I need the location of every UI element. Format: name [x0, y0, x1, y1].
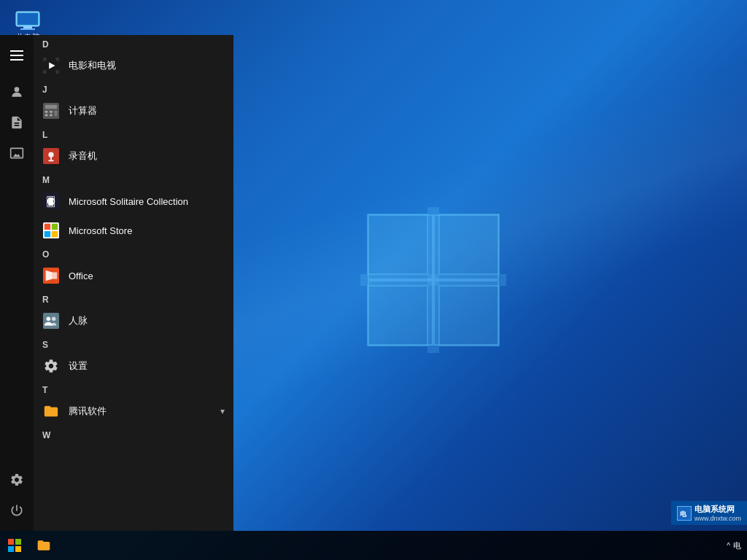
user-icon	[9, 85, 24, 99]
svg-rect-3	[439, 214, 499, 274]
section-header-t: T	[34, 381, 233, 397]
windows-start-icon	[8, 539, 21, 552]
tencent-label: 腾讯软件	[69, 405, 107, 418]
solitaire-label: Microsoft Solitaire Collection	[69, 196, 188, 207]
section-header-s: S	[34, 335, 233, 351]
section-header-w: W	[34, 426, 233, 442]
calculator-icon	[42, 102, 60, 120]
svg-rect-19	[45, 111, 48, 113]
svg-rect-12	[43, 58, 47, 61]
taskbar: ^ 电	[0, 531, 747, 560]
svg-rect-1	[360, 274, 506, 286]
settings-icon	[9, 472, 24, 487]
section-header-j: J	[34, 80, 233, 96]
app-item-store[interactable]: Microsoft Store	[34, 216, 233, 245]
svg-rect-23	[50, 114, 53, 117]
system-tray-text: 电	[733, 540, 741, 551]
svg-rect-43	[15, 539, 21, 545]
svg-rect-9	[20, 28, 35, 30]
svg-rect-35	[44, 231, 50, 237]
notification-chevron[interactable]: ^	[727, 542, 730, 550]
section-header-r: R	[34, 290, 233, 306]
recorder-icon	[42, 147, 60, 165]
power-icon	[9, 503, 24, 518]
pictures-icon	[9, 146, 24, 160]
contacts-icon	[42, 312, 60, 330]
svg-rect-8	[23, 26, 32, 28]
section-header-o: O	[34, 245, 233, 261]
app-item-recorder[interactable]: 录音机	[34, 141, 233, 171]
mycomputer-icon	[15, 10, 41, 32]
svg-rect-13	[55, 58, 59, 61]
sidebar-pictures-button[interactable]	[2, 139, 31, 168]
app-item-tencent[interactable]: 腾讯软件 ▾	[34, 397, 233, 426]
svg-point-40	[47, 317, 51, 322]
watermark-text: 电脑系统网 www.dnxtw.com	[694, 504, 741, 522]
app-settings-icon	[42, 357, 60, 375]
svg-rect-20	[50, 111, 53, 113]
document-icon	[9, 115, 24, 130]
svg-point-10	[15, 87, 20, 92]
app-list[interactable]: D 电影和电视 J	[34, 35, 233, 531]
svg-rect-38	[53, 272, 57, 279]
movies-label: 电影和电视	[69, 59, 116, 72]
file-explorer-icon	[36, 538, 51, 553]
recorder-label: 录音机	[69, 149, 97, 163]
svg-rect-27	[50, 158, 52, 160]
tencent-folder-icon	[42, 402, 60, 420]
svg-rect-22	[45, 114, 48, 117]
svg-rect-33	[44, 224, 50, 230]
svg-rect-44	[8, 546, 14, 552]
svg-rect-15	[55, 70, 59, 74]
taskbar-file-explorer[interactable]	[29, 531, 58, 560]
svg-rect-39	[43, 313, 59, 329]
sidebar-settings-button[interactable]	[2, 465, 31, 494]
sidebar-documents-button[interactable]	[2, 108, 31, 137]
watermark: 电 电脑系统网 www.dnxtw.com	[671, 501, 747, 525]
svg-rect-5	[439, 286, 499, 346]
svg-rect-18	[45, 105, 58, 109]
app-item-settings[interactable]: 设置	[34, 351, 233, 381]
watermark-logo: 电	[677, 506, 692, 521]
svg-text:电: 电	[680, 510, 687, 518]
store-icon	[42, 222, 60, 239]
start-sidebar	[0, 35, 34, 531]
app-item-office[interactable]: Office	[34, 261, 233, 290]
start-button[interactable]	[0, 531, 29, 560]
section-header-d: D	[34, 35, 233, 51]
settings-label: 设置	[69, 359, 88, 373]
calculator-label: 计算器	[69, 104, 97, 117]
svg-rect-4	[368, 286, 427, 346]
svg-rect-14	[43, 70, 47, 74]
svg-rect-45	[15, 546, 21, 552]
app-item-calculator[interactable]: 计算器	[34, 96, 233, 125]
sidebar-user-button[interactable]	[2, 77, 31, 106]
office-icon	[42, 267, 60, 284]
sidebar-power-button[interactable]	[2, 496, 31, 525]
app-item-movies[interactable]: 电影和电视	[34, 51, 233, 80]
app-item-contacts[interactable]: 人脉	[34, 306, 233, 335]
hamburger-icon	[3, 43, 31, 68]
taskbar-right-area: ^ 电	[727, 540, 747, 551]
watermark-url: www.dnxtw.com	[694, 515, 741, 522]
movies-icon	[42, 57, 60, 74]
start-menu: D 电影和电视 J	[0, 35, 233, 531]
svg-rect-36	[52, 231, 58, 237]
office-label: Office	[69, 271, 93, 281]
svg-rect-7	[18, 13, 38, 25]
windows-logo	[360, 207, 506, 353]
desktop: 此电脑	[0, 0, 747, 560]
svg-rect-24	[55, 111, 58, 116]
notification-area: ^ 电	[727, 540, 741, 551]
hamburger-button[interactable]	[2, 41, 31, 70]
solitaire-icon: 🂠	[42, 192, 60, 210]
app-item-solitaire[interactable]: 🂠 Microsoft Solitaire Collection	[34, 187, 233, 216]
svg-point-41	[52, 317, 56, 322]
section-header-m: M	[34, 171, 233, 187]
section-header-l: L	[34, 125, 233, 141]
contacts-label: 人脉	[69, 314, 88, 327]
svg-rect-2	[368, 214, 427, 274]
watermark-site: 电脑系统网	[694, 504, 741, 515]
svg-rect-34	[52, 224, 58, 230]
store-label: Microsoft Store	[69, 225, 132, 236]
